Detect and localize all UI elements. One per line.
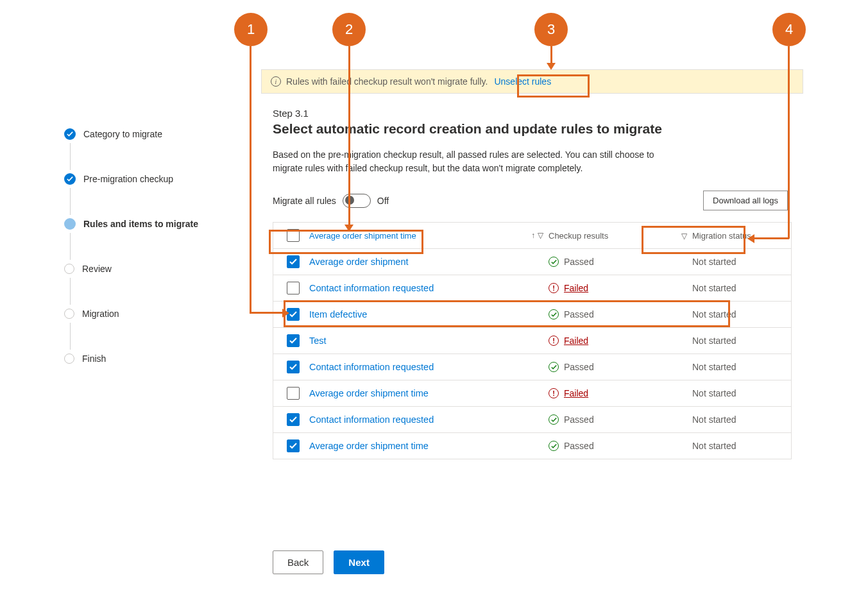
callout-line — [754, 237, 789, 239]
rule-name-link[interactable]: Average order shipment time — [309, 388, 429, 398]
check-icon — [64, 173, 76, 185]
passed-icon — [549, 441, 559, 451]
page-description: Based on the pre-migration checkup resul… — [273, 148, 683, 175]
passed-icon — [549, 257, 559, 267]
failed-icon: ! — [549, 283, 559, 293]
callout-line — [348, 46, 350, 226]
failed-icon: ! — [549, 336, 559, 346]
step-label: Review — [82, 264, 112, 274]
future-step-icon — [64, 264, 74, 274]
row-checkbox[interactable] — [287, 255, 300, 268]
wizard-stepper: Category to migrate Pre-migration checku… — [64, 125, 231, 368]
migration-status: Not started — [692, 441, 782, 451]
select-all-checkbox[interactable] — [287, 229, 300, 242]
result-link[interactable]: Failed — [564, 388, 588, 398]
future-step-icon — [64, 309, 74, 319]
passed-icon — [549, 309, 559, 320]
migrate-all-toggle-group: Migrate all rules Off — [273, 194, 389, 208]
callout-line — [250, 46, 251, 313]
migration-status: Not started — [692, 388, 782, 398]
table-row[interactable]: Contact information requestedPassedNot s… — [273, 354, 791, 380]
result-text: Passed — [564, 362, 594, 372]
callout-marker-4: 4 — [772, 13, 806, 46]
check-icon — [64, 128, 76, 140]
row-checkbox[interactable] — [287, 387, 300, 400]
step-precheck[interactable]: Pre-migration checkup — [64, 170, 231, 188]
next-button[interactable]: Next — [334, 550, 384, 574]
toolbar: Migrate all rules Off Download all logs — [273, 191, 792, 210]
toggle-state: Off — [377, 196, 389, 206]
download-logs-button[interactable]: Download all logs — [703, 191, 788, 210]
step-number: Step 3.1 — [273, 108, 792, 119]
result-text: Passed — [564, 441, 594, 451]
rule-name-link[interactable]: Item defective — [309, 309, 367, 320]
table-row[interactable]: Average order shipment timePassedNot sta… — [273, 432, 791, 459]
callout-marker-3: 3 — [534, 13, 568, 46]
step-label: Category to migrate — [83, 129, 162, 139]
step-migration[interactable]: Migration — [64, 305, 231, 323]
callout-line — [550, 46, 552, 64]
info-text: Rules with failed checkup result won't m… — [286, 76, 488, 87]
step-finish[interactable]: Finish — [64, 350, 231, 368]
current-step-icon — [64, 218, 76, 230]
wizard-footer: Back Next — [273, 550, 384, 574]
migrate-all-toggle[interactable] — [343, 194, 371, 208]
row-checkbox[interactable] — [287, 439, 300, 452]
result-text: Passed — [564, 309, 594, 320]
passed-icon — [549, 414, 559, 425]
callout-arrow-icon — [282, 309, 289, 318]
migration-status: Not started — [692, 336, 782, 346]
column-sort-controls: ↑ ▽ — [515, 231, 543, 240]
callout-line — [250, 312, 283, 314]
sort-ascending-icon[interactable]: ↑ — [531, 231, 535, 240]
page-title: Select automatic record creation and upd… — [273, 121, 792, 137]
rule-name-link[interactable]: Test — [309, 336, 327, 346]
unselect-rules-link[interactable]: Unselect rules — [494, 76, 551, 87]
info-bar: i Rules with failed checkup result won't… — [261, 69, 803, 94]
back-button[interactable]: Back — [273, 550, 323, 574]
passed-icon — [549, 362, 559, 372]
table-row[interactable]: Item defectivePassedNot started — [273, 301, 791, 327]
info-icon: i — [271, 76, 281, 87]
table-row[interactable]: Contact information requestedPassedNot s… — [273, 406, 791, 432]
step-rules[interactable]: Rules and items to migrate — [64, 215, 231, 233]
column-header-results[interactable]: Checkup results — [549, 231, 664, 241]
filter-icon[interactable]: ▽ — [538, 231, 543, 240]
step-review[interactable]: Review — [64, 260, 231, 278]
rule-name-link[interactable]: Average order shipment — [309, 257, 409, 267]
failed-icon: ! — [549, 388, 559, 398]
filter-icon[interactable]: ▽ — [681, 232, 687, 241]
select-all-checkbox-cell — [282, 229, 304, 242]
step-label: Pre-migration checkup — [83, 174, 173, 184]
result-text: Passed — [564, 414, 594, 425]
callout-arrow-icon — [345, 225, 353, 232]
row-checkbox[interactable] — [287, 282, 300, 294]
table-row[interactable]: Average order shipmentPassedNot started — [273, 248, 791, 275]
rule-name-link[interactable]: Contact information requested — [309, 414, 434, 425]
migration-status: Not started — [692, 309, 782, 320]
callout-line — [788, 46, 790, 239]
row-checkbox[interactable] — [287, 413, 300, 426]
row-checkbox[interactable] — [287, 334, 300, 347]
callout-marker-1: 1 — [234, 13, 268, 46]
result-link[interactable]: Failed — [564, 283, 588, 293]
migration-status: Not started — [692, 283, 782, 293]
column-header-name[interactable]: Average order shipment time — [309, 231, 510, 241]
migration-status: Not started — [692, 414, 782, 425]
toggle-label: Migrate all rules — [273, 196, 336, 206]
table-row[interactable]: Contact information requested!FailedNot … — [273, 275, 791, 301]
result-text: Passed — [564, 257, 594, 267]
step-category[interactable]: Category to migrate — [64, 125, 231, 143]
table-row[interactable]: Test!FailedNot started — [273, 327, 791, 354]
step-label: Finish — [82, 354, 106, 364]
table-row[interactable]: Average order shipment time!FailedNot st… — [273, 380, 791, 406]
result-link[interactable]: Failed — [564, 336, 588, 346]
step-label: Rules and items to migrate — [83, 219, 198, 229]
rule-name-link[interactable]: Contact information requested — [309, 362, 434, 372]
row-checkbox[interactable] — [287, 361, 300, 373]
rule-name-link[interactable]: Average order shipment time — [309, 441, 429, 451]
future-step-icon — [64, 354, 74, 364]
rule-name-link[interactable]: Contact information requested — [309, 283, 434, 293]
rules-table: Average order shipment time ↑ ▽ Checkup … — [273, 222, 792, 459]
callout-arrow-icon — [747, 234, 754, 243]
